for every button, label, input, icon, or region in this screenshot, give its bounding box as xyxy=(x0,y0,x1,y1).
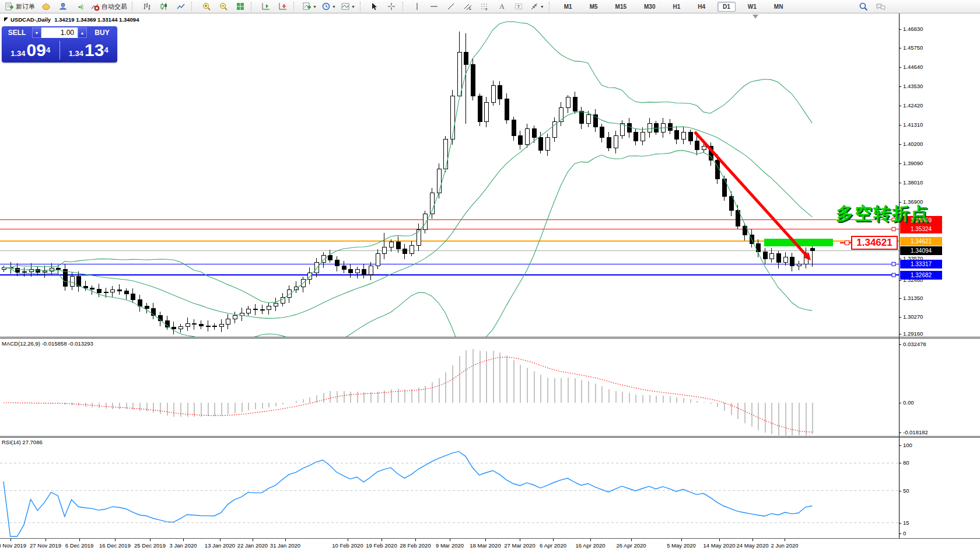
bollinger-middle xyxy=(4,111,812,318)
ohlc-text: 1.34219 1.34369 1.33144 1.34094 xyxy=(54,16,139,23)
buy-button[interactable]: BUY xyxy=(87,26,117,39)
dropdown-caret-icon: ▼ xyxy=(313,5,317,9)
volume-increase-stepper[interactable]: ▲ xyxy=(78,27,87,38)
volume-input[interactable]: 1.00 xyxy=(41,27,78,38)
clock-icon xyxy=(321,2,331,11)
volume-decrease-stepper[interactable]: ▼ xyxy=(32,27,41,38)
new-chart-icon xyxy=(302,2,312,11)
arrows-tool-button[interactable]: ▼ xyxy=(528,1,546,13)
bid-price-sup: 4 xyxy=(46,46,50,55)
text-label-icon: T xyxy=(514,2,523,11)
toolbar-separator xyxy=(402,2,407,11)
timeframe-h4-button[interactable]: H4 xyxy=(692,2,710,12)
dropdown-caret-icon: ▼ xyxy=(332,5,336,9)
symbol-period-text: USDCAD-,Daily xyxy=(10,16,51,23)
cursor-tool-button[interactable] xyxy=(367,1,383,13)
chat-button[interactable] xyxy=(873,1,888,13)
timeframe-m15-button[interactable]: M15 xyxy=(610,2,632,12)
bid-price[interactable]: 1.34 09 4 xyxy=(2,39,60,61)
arrows-icon xyxy=(530,2,539,11)
channel-tool-button[interactable]: E xyxy=(460,1,476,13)
scroll-to-end-button[interactable] xyxy=(258,1,274,13)
timeframe-mn-button[interactable]: MN xyxy=(769,2,789,12)
dropdown-caret-icon: ▼ xyxy=(540,5,544,9)
new-order-button[interactable]: 新订单 xyxy=(3,1,37,13)
timeframe-d1-button[interactable]: D1 xyxy=(718,2,736,12)
sell-button[interactable]: SELL xyxy=(2,26,32,39)
price-lines-layer xyxy=(0,220,899,276)
trendline-icon xyxy=(446,2,456,11)
chart-title: USDCAD-,Daily 1.34219 1.34369 1.33144 1.… xyxy=(4,16,139,23)
timeframe-m30-button[interactable]: M30 xyxy=(639,2,660,12)
text-label-tool-button[interactable]: T xyxy=(511,1,527,13)
text-icon: A xyxy=(497,2,506,11)
macd-layer xyxy=(4,349,813,437)
fibonacci-tool-button[interactable]: F xyxy=(477,1,493,13)
callout-anchor-handle[interactable] xyxy=(845,240,849,245)
vertical-line-tool-button[interactable] xyxy=(410,1,425,13)
bid-price-big: 09 xyxy=(27,40,46,60)
turning-point-label[interactable]: 多空转折点 xyxy=(836,202,929,226)
crosshair-icon xyxy=(387,2,396,11)
vertical-line-icon xyxy=(412,2,422,11)
search-icon xyxy=(859,2,869,12)
chart-frame xyxy=(0,13,980,541)
ask-price[interactable]: 1.34 13 4 xyxy=(60,39,118,61)
toolbar-separator xyxy=(132,2,136,11)
bollinger-lower xyxy=(4,151,812,353)
timeframe-m1-button[interactable]: M1 xyxy=(559,2,578,12)
crosshair-tool-button[interactable] xyxy=(384,1,400,13)
candles-layer xyxy=(2,32,814,334)
cursor-icon xyxy=(370,2,379,11)
toolbar-separator xyxy=(251,2,256,11)
indicators-button[interactable]: ▼ xyxy=(339,1,357,13)
ask-price-big: 13 xyxy=(85,40,104,60)
new-chart-button[interactable]: ▼ xyxy=(300,1,318,13)
toolbar-separator xyxy=(549,2,554,11)
community-button[interactable] xyxy=(55,1,71,13)
ask-price-sup: 4 xyxy=(104,46,108,55)
bar-chart-mode-button[interactable] xyxy=(139,1,155,13)
zoom-out-button[interactable] xyxy=(215,1,231,13)
rsi-layer xyxy=(0,451,899,536)
auto-scroll-button[interactable] xyxy=(275,1,290,13)
chart-shift-marker[interactable] xyxy=(752,15,758,19)
dropdown-caret-icon: ▼ xyxy=(351,5,355,9)
period-clock-button[interactable]: ▼ xyxy=(320,1,338,13)
line-anchor-handle[interactable] xyxy=(892,262,895,266)
timeframe-h1-button[interactable]: H1 xyxy=(667,2,685,12)
timeframe-w1-button[interactable]: W1 xyxy=(743,2,762,12)
tile-windows-button[interactable] xyxy=(232,1,248,13)
zoom-in-button[interactable] xyxy=(198,1,214,13)
price-callout[interactable]: 1.34621 xyxy=(851,236,898,250)
macd-signal-line xyxy=(4,357,812,433)
autotrading-button[interactable]: 自动交易 xyxy=(89,1,129,13)
bollinger-layer xyxy=(4,22,812,353)
timeframe-toolbar: M1M5M15M30H1H4D1W1MN xyxy=(555,2,792,12)
wallet-icon xyxy=(41,2,51,11)
signals-button[interactable] xyxy=(72,1,88,13)
horizontal-line-tool-button[interactable] xyxy=(426,1,442,13)
toolbar-separator xyxy=(191,2,196,11)
candlestick-mode-button[interactable] xyxy=(156,1,172,13)
toolbar-separator xyxy=(360,2,365,11)
line-anchor-handle[interactable] xyxy=(892,228,895,231)
zoom-out-icon xyxy=(219,2,228,11)
ask-price-small: 1.34 xyxy=(69,49,83,58)
line-chart-mode-button[interactable] xyxy=(173,1,188,13)
line-anchor-handle[interactable] xyxy=(892,273,895,277)
community-icon xyxy=(58,2,68,11)
toolbar-separator xyxy=(293,2,298,11)
wallet-button[interactable] xyxy=(38,1,54,13)
scroll-to-end-icon xyxy=(261,2,271,11)
text-tool-button[interactable]: A xyxy=(494,1,510,13)
svg-text:F: F xyxy=(485,8,488,11)
rsi-line xyxy=(4,451,812,536)
bar-chart-icon xyxy=(142,2,152,11)
timeframe-m5-button[interactable]: M5 xyxy=(584,2,603,12)
chart-canvas[interactable] xyxy=(0,0,980,551)
bid-price-small: 1.34 xyxy=(10,49,25,58)
horizontal-line-icon xyxy=(429,2,439,11)
search-button[interactable] xyxy=(856,1,872,13)
trendline-tool-button[interactable] xyxy=(443,1,459,13)
